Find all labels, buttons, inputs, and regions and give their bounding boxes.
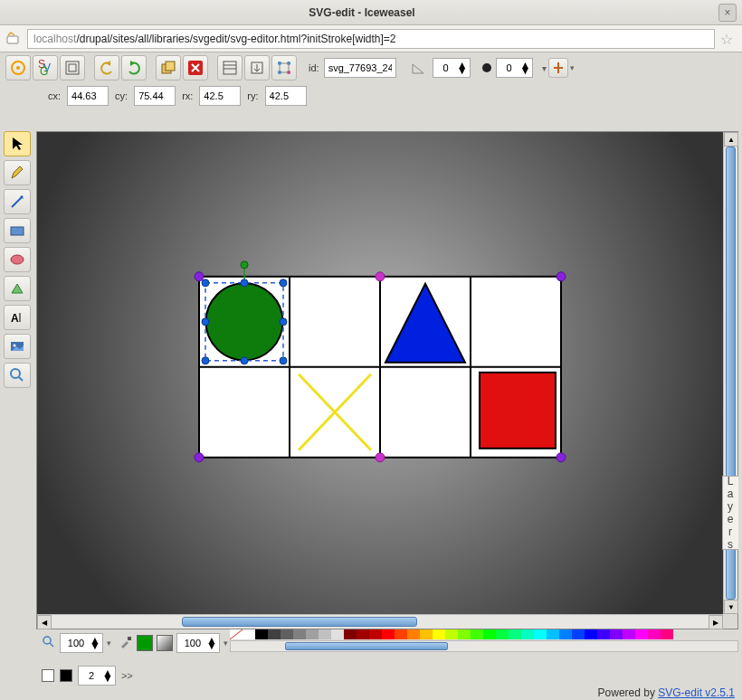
palette-color[interactable] <box>382 629 395 639</box>
main-menu-button[interactable] <box>5 55 31 80</box>
line-tool[interactable] <box>4 189 31 214</box>
angle-icon <box>405 55 431 80</box>
svg-point-39 <box>376 452 385 461</box>
image-tool[interactable] <box>4 334 31 359</box>
select-tool[interactable] <box>4 131 31 156</box>
palette-color[interactable] <box>471 629 483 639</box>
angle-input[interactable]: ▲▼ <box>433 58 471 78</box>
palette-bar: ▲▼ ▾ ▲▼ ▾ <box>36 629 738 666</box>
group-button[interactable] <box>217 55 243 80</box>
footer-link[interactable]: SVG-edit v2.5.1 <box>658 686 735 699</box>
palette-color[interactable] <box>281 629 293 639</box>
delete-button[interactable] <box>183 55 208 80</box>
palette-color[interactable] <box>433 629 445 639</box>
palette-color[interactable] <box>268 629 281 639</box>
palette-color[interactable] <box>243 629 255 639</box>
move-bottom-button[interactable] <box>244 55 270 80</box>
redo-button[interactable] <box>121 55 147 80</box>
palette-color[interactable] <box>420 629 433 639</box>
id-input[interactable] <box>324 58 396 78</box>
green-circle[interactable] <box>206 283 283 360</box>
red-square[interactable] <box>480 372 556 448</box>
cy-input[interactable] <box>134 86 176 106</box>
palette-color[interactable] <box>344 629 357 639</box>
wireframe-button[interactable] <box>60 55 85 80</box>
scroll-up-icon[interactable]: ▲ <box>724 132 738 147</box>
blur-input[interactable]: ▲▼ <box>496 58 534 78</box>
palette-color[interactable] <box>293 629 306 639</box>
scroll-down-icon[interactable]: ▼ <box>724 600 738 614</box>
palette-color[interactable] <box>661 629 673 639</box>
palette-color[interactable] <box>306 629 319 639</box>
palette-color[interactable] <box>597 629 610 639</box>
palette-color[interactable] <box>610 629 623 639</box>
palette-none[interactable] <box>230 629 243 639</box>
cx-input[interactable] <box>67 86 109 106</box>
text-tool[interactable]: A <box>4 305 31 330</box>
palette-color[interactable] <box>496 629 509 639</box>
zoom-input[interactable]: ▲▼ <box>60 633 103 653</box>
stroke-color-swatch[interactable] <box>60 669 72 682</box>
footer: Powered by SVG-edit v2.5.1 <box>0 686 742 700</box>
undo-button[interactable] <box>94 55 119 80</box>
palette-color[interactable] <box>623 629 635 639</box>
eyedropper-icon[interactable] <box>119 635 133 652</box>
pencil-tool[interactable] <box>4 160 31 185</box>
palette-color[interactable] <box>319 629 331 639</box>
palette-color[interactable] <box>559 629 572 639</box>
main-toolbar: SVG id: ▲▼ ▲▼ ▾ ▾ <box>0 52 742 83</box>
palette-color[interactable] <box>407 629 420 639</box>
palette-color[interactable] <box>547 629 559 639</box>
url-input[interactable]: localhost/drupal/sites/all/libraries/svg… <box>27 29 715 49</box>
palette-color[interactable] <box>255 629 268 639</box>
palette-color[interactable] <box>331 629 344 639</box>
palette-color[interactable] <box>635 629 648 639</box>
clone-button[interactable] <box>156 55 181 80</box>
svg-rect-0 <box>7 36 18 43</box>
svg-content[interactable] <box>109 203 652 529</box>
palette-color[interactable] <box>483 629 496 639</box>
rx-input[interactable] <box>199 86 241 106</box>
window-close-button[interactable]: × <box>718 4 737 22</box>
stroke-width-input[interactable]: ▲▼ <box>78 666 116 686</box>
palette-color[interactable] <box>458 629 471 639</box>
opacity-input[interactable]: ▲▼ <box>176 633 220 653</box>
source-button[interactable]: SVG <box>33 55 58 80</box>
footer-text: Powered by <box>598 686 659 699</box>
ry-input[interactable] <box>265 86 307 106</box>
zoom-tool[interactable] <box>4 363 31 388</box>
scroll-right-icon[interactable]: ▶ <box>709 615 723 629</box>
palette-color[interactable] <box>648 629 661 639</box>
scrollbar-thumb[interactable] <box>182 617 417 627</box>
palette-scrollbar[interactable] <box>230 640 738 652</box>
stroke-bar: ▲▼ >> <box>36 666 738 686</box>
palette-color[interactable] <box>585 629 597 639</box>
scroll-left-icon[interactable]: ◀ <box>37 615 52 629</box>
id-label: id: <box>306 62 322 73</box>
stroke-bg-swatch[interactable] <box>42 669 54 682</box>
palette-color[interactable] <box>395 629 407 639</box>
palette-color[interactable] <box>357 629 369 639</box>
palette-color[interactable] <box>509 629 521 639</box>
svg-line-53 <box>50 643 53 647</box>
page-icon <box>5 31 22 47</box>
svg-point-27 <box>14 345 16 347</box>
palette-color[interactable] <box>445 629 458 639</box>
gradient-swatch[interactable] <box>157 635 173 651</box>
layers-tab[interactable]: Layers <box>722 476 738 550</box>
canvas[interactable] <box>37 132 723 614</box>
palette-color[interactable] <box>572 629 585 639</box>
horizontal-scrollbar[interactable]: ◀ ▶ <box>37 614 723 629</box>
align-button[interactable] <box>548 58 568 78</box>
path-tool[interactable] <box>4 276 31 301</box>
palette-color[interactable] <box>521 629 534 639</box>
ellipse-tool[interactable] <box>4 247 31 272</box>
convert-path-button[interactable] <box>271 55 297 80</box>
rect-tool[interactable] <box>4 218 31 243</box>
svg-point-19 <box>482 63 491 72</box>
bookmark-star-icon[interactable]: ☆ <box>720 31 737 47</box>
fill-swatch[interactable] <box>137 635 153 651</box>
palette-color[interactable] <box>534 629 547 639</box>
stroke-more[interactable]: >> <box>121 670 133 681</box>
palette-color[interactable] <box>369 629 382 639</box>
